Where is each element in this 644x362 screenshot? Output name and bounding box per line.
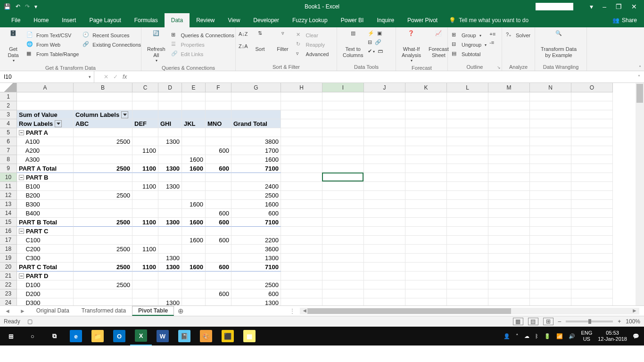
get-data-button[interactable]: 🗄️ Get Data▾ — [3, 29, 24, 64]
cell[interactable] — [322, 155, 364, 164]
cell[interactable] — [281, 272, 322, 280]
ribbon-tab-fuzzy-lookup[interactable]: Fuzzy Lookup — [286, 13, 334, 27]
name-box[interactable]: I10▾ — [0, 71, 94, 82]
cell[interactable] — [322, 236, 364, 245]
cell[interactable] — [530, 92, 571, 101]
cell[interactable]: 1300 — [231, 254, 281, 263]
row-header[interactable]: 15 — [0, 218, 17, 227]
cell[interactable] — [364, 289, 405, 298]
taskbar-excel-icon[interactable]: X — [130, 327, 152, 346]
cell[interactable]: 1300 — [158, 218, 182, 227]
cell[interactable] — [322, 191, 364, 200]
cell[interactable] — [231, 227, 281, 236]
cell[interactable] — [322, 137, 364, 146]
cell[interactable] — [74, 236, 132, 245]
cell[interactable] — [405, 119, 447, 128]
advanced-button[interactable]: ▿Advanced — [295, 50, 330, 58]
sheet-scroll-right-icon[interactable]: ► — [15, 308, 30, 314]
cell[interactable] — [322, 289, 364, 298]
cell[interactable]: 2200 — [231, 236, 281, 245]
from-table-range-button[interactable]: ▦From Table/Range — [25, 50, 80, 58]
cell[interactable] — [571, 92, 613, 101]
macro-record-icon[interactable]: ▢ — [27, 318, 33, 325]
cell[interactable] — [281, 137, 322, 146]
cell[interactable]: 600 — [206, 164, 231, 173]
cell[interactable] — [488, 146, 530, 155]
new-sheet-button[interactable]: ⊕ — [174, 307, 188, 315]
cell[interactable] — [322, 227, 364, 236]
cell[interactable]: 3600 — [231, 245, 281, 254]
row-header[interactable]: 2 — [0, 101, 17, 110]
cell[interactable] — [405, 137, 447, 146]
taskbar-start-icon[interactable]: ⊞ — [0, 327, 22, 346]
cell[interactable] — [364, 227, 405, 236]
cell[interactable] — [571, 137, 613, 146]
taskbar-edge-icon[interactable]: e — [65, 327, 87, 346]
cell[interactable] — [405, 263, 447, 272]
cell[interactable] — [182, 101, 206, 110]
column-header[interactable]: N — [530, 83, 571, 92]
row-header[interactable]: 16 — [0, 227, 17, 236]
cell[interactable] — [322, 272, 364, 280]
row-header[interactable]: 18 — [0, 245, 17, 254]
zoom-level[interactable]: 100% — [626, 318, 640, 325]
window-close-icon[interactable]: ✕ — [631, 3, 637, 10]
cell[interactable] — [364, 263, 405, 272]
column-header[interactable]: C — [132, 83, 158, 92]
qat-undo-icon[interactable]: ↶ — [16, 3, 20, 10]
cell[interactable] — [132, 128, 158, 137]
cell[interactable] — [132, 110, 158, 119]
collapse-ribbon-icon[interactable]: ˄ — [639, 65, 641, 70]
ribbon-tab-power-bi[interactable]: Power BI — [334, 13, 371, 27]
cell[interactable] — [206, 128, 231, 137]
insert-function-icon[interactable]: fx — [123, 74, 127, 80]
filter-button[interactable]: ▿ Filter — [272, 29, 293, 53]
qat-redo-icon[interactable]: ↷ — [25, 3, 30, 10]
cell[interactable]: C200 — [17, 245, 74, 254]
cell[interactable] — [281, 146, 322, 155]
row-header[interactable]: 22 — [0, 280, 17, 289]
cell[interactable]: –PART A — [17, 128, 74, 137]
row-header[interactable]: 6 — [0, 137, 17, 146]
cell[interactable] — [488, 227, 530, 236]
taskbar-taskview-icon[interactable]: ⧉ — [43, 327, 65, 346]
cell[interactable]: 600 — [231, 289, 281, 298]
zoom-slider[interactable] — [566, 321, 613, 322]
cell[interactable] — [231, 173, 281, 182]
row-header[interactable]: 1 — [0, 92, 17, 101]
cell[interactable]: A200 — [17, 146, 74, 155]
cell[interactable] — [281, 263, 322, 272]
clear-button[interactable]: ✕Clear — [295, 31, 330, 40]
cell[interactable] — [530, 110, 571, 119]
cell[interactable] — [530, 119, 571, 128]
cell[interactable] — [281, 200, 322, 209]
cell[interactable] — [364, 236, 405, 245]
tray-chevron-icon[interactable]: ˄ — [516, 333, 519, 339]
select-all-button[interactable] — [0, 83, 17, 92]
cell[interactable] — [571, 272, 613, 280]
cell[interactable] — [132, 209, 158, 218]
cell[interactable] — [530, 137, 571, 146]
cell[interactable] — [530, 289, 571, 298]
sheet-tab[interactable]: Pivot Table — [132, 306, 174, 316]
cell[interactable] — [447, 289, 488, 298]
cell[interactable] — [364, 272, 405, 280]
cell[interactable] — [447, 173, 488, 182]
cell[interactable] — [447, 182, 488, 191]
cell[interactable] — [281, 191, 322, 200]
taskbar-notepad-icon[interactable]: 📓 — [173, 327, 195, 346]
cell[interactable] — [281, 227, 322, 236]
cell[interactable] — [206, 182, 231, 191]
cell[interactable] — [405, 110, 447, 119]
cell[interactable] — [405, 164, 447, 173]
cell[interactable]: 3800 — [231, 137, 281, 146]
cell[interactable] — [322, 119, 364, 128]
sheet-scroll-left-icon[interactable]: ◄ — [0, 308, 15, 314]
cell[interactable]: 2500 — [231, 280, 281, 289]
cell[interactable] — [488, 218, 530, 227]
cell[interactable] — [182, 298, 206, 306]
cell[interactable] — [405, 101, 447, 110]
cell[interactable] — [182, 272, 206, 280]
cell[interactable] — [447, 155, 488, 164]
queries-connections-button[interactable]: ⊞Queries & Connections — [170, 31, 235, 40]
